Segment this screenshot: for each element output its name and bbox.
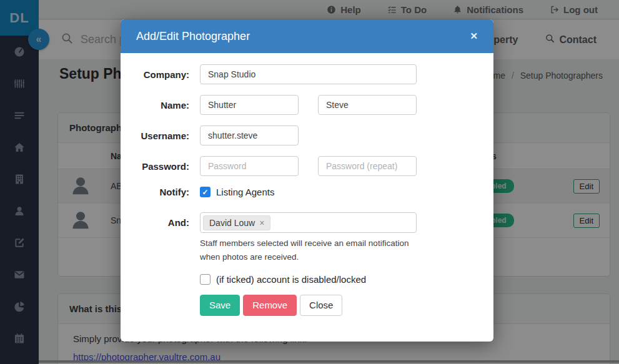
- password-field[interactable]: [200, 156, 299, 176]
- name-label: Name:: [136, 100, 189, 111]
- modal-title: Add/Edit Photographer: [136, 30, 470, 43]
- first-name-field[interactable]: [200, 95, 299, 115]
- add-edit-photographer-modal: Add/Edit Photographer ✕ Company: Name: U…: [121, 19, 493, 342]
- account-disabled-checkbox[interactable]: [200, 274, 210, 285]
- notify-listing-agents-checkbox[interactable]: ✓: [200, 187, 210, 197]
- password-label: Password:: [136, 161, 189, 172]
- company-label: Company:: [136, 69, 189, 80]
- remove-tag-icon[interactable]: ×: [259, 218, 264, 228]
- and-label: And:: [136, 217, 189, 228]
- notify-label: Notify:: [136, 187, 189, 197]
- password-repeat-field[interactable]: [318, 156, 417, 176]
- account-disabled-label: (if ticked) account is disabled/locked: [216, 274, 366, 285]
- company-field[interactable]: [200, 64, 417, 84]
- app-window: DL: [0, 0, 619, 364]
- last-name-field[interactable]: [318, 95, 417, 115]
- modal-header: Add/Edit Photographer ✕: [121, 19, 493, 53]
- remove-button[interactable]: Remove: [243, 295, 297, 316]
- staff-select-field[interactable]: David Louw ×: [200, 212, 417, 233]
- staff-tag-label: David Louw: [209, 218, 255, 228]
- notify-checkbox-label: Listing Agents: [216, 187, 274, 197]
- staff-tag[interactable]: David Louw ×: [203, 215, 270, 230]
- username-field[interactable]: [200, 125, 299, 145]
- staff-helper-text: Staff members selected will receive an e…: [200, 237, 420, 264]
- save-button[interactable]: Save: [200, 295, 240, 316]
- close-icon[interactable]: ✕: [470, 31, 478, 42]
- check-icon: ✓: [202, 188, 208, 197]
- modal-body: Company: Name: Username: Password: N: [121, 53, 493, 316]
- username-label: Username:: [136, 130, 189, 141]
- close-button[interactable]: Close: [300, 295, 342, 316]
